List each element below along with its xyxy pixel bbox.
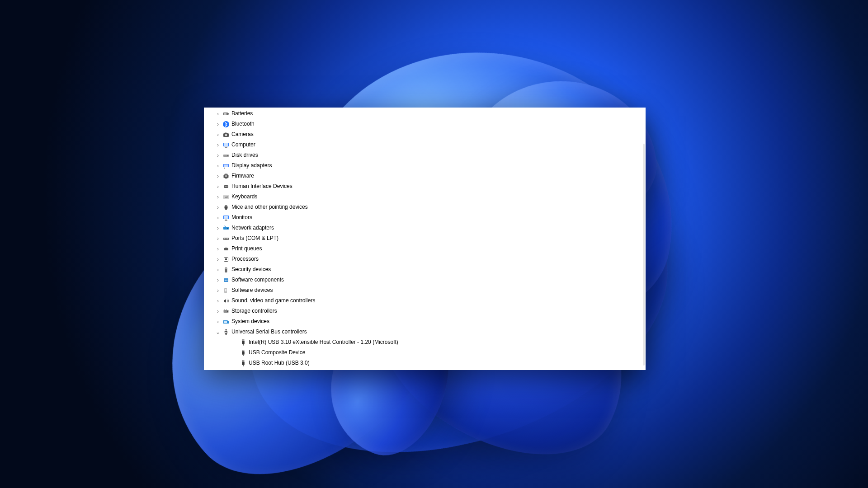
component-icon bbox=[222, 277, 230, 284]
chevron-right-icon[interactable]: › bbox=[215, 215, 221, 221]
device-node-label: Print queues bbox=[231, 244, 262, 254]
device-node-firmware[interactable]: ›Firmware bbox=[215, 171, 641, 181]
chevron-right-icon[interactable]: › bbox=[215, 267, 221, 273]
device-node-label: Software components bbox=[231, 275, 284, 285]
chevron-right-icon[interactable]: › bbox=[215, 142, 221, 148]
chevron-right-icon[interactable]: › bbox=[215, 256, 221, 263]
device-node-label: System devices bbox=[231, 316, 269, 327]
device-node-disk-drives[interactable]: ›Disk drives bbox=[215, 150, 641, 160]
device-node-label: Universal Serial Bus controllers bbox=[231, 327, 307, 337]
device-node-usb-controllers[interactable]: ⌄Universal Serial Bus controllers bbox=[215, 327, 641, 337]
device-node-computer[interactable]: ›Computer bbox=[215, 140, 641, 150]
chevron-right-icon[interactable]: › bbox=[215, 173, 221, 179]
device-node-mice[interactable]: ›Mice and other pointing devices bbox=[215, 202, 641, 212]
device-node-usb-xhci[interactable]: Intel(R) USB 3.10 eXtensible Host Contro… bbox=[232, 337, 641, 347]
device-node-label: Display adapters bbox=[231, 160, 272, 171]
chevron-right-icon[interactable]: › bbox=[215, 121, 221, 127]
device-node-usb-root[interactable]: USB Root Hub (USB 3.0) bbox=[232, 358, 641, 368]
device-node-processors[interactable]: ›Processors bbox=[215, 254, 641, 264]
device-node-label: Bluetooth bbox=[231, 119, 255, 129]
device-node-software-components[interactable]: ›Software components bbox=[215, 275, 641, 285]
usb-plug-icon bbox=[240, 339, 247, 346]
device-node-keyboards[interactable]: ›Keyboards bbox=[215, 192, 641, 202]
usb-icon bbox=[222, 328, 230, 336]
monitor-icon bbox=[222, 214, 230, 221]
device-node-monitors[interactable]: ›Monitors bbox=[215, 212, 641, 223]
chevron-right-icon[interactable]: › bbox=[215, 277, 221, 283]
device-node-label: Ports (COM & LPT) bbox=[231, 233, 278, 244]
device-node-label: Batteries bbox=[231, 108, 253, 119]
device-node-ports[interactable]: ›Ports (COM & LPT) bbox=[215, 233, 641, 244]
device-node-hid[interactable]: ›Human Interface Devices bbox=[215, 181, 641, 192]
device-node-storage-controllers[interactable]: ›Storage controllers bbox=[215, 306, 641, 316]
chevron-right-icon[interactable]: › bbox=[215, 319, 221, 325]
chevron-right-icon[interactable]: › bbox=[215, 308, 221, 314]
battery-icon bbox=[222, 110, 230, 117]
chevron-right-icon[interactable]: › bbox=[215, 163, 221, 169]
bluetooth-icon bbox=[222, 121, 230, 128]
software-device-icon bbox=[222, 287, 230, 294]
speaker-icon bbox=[222, 297, 230, 305]
chevron-right-icon[interactable]: › bbox=[215, 152, 221, 159]
hid-icon bbox=[222, 183, 230, 190]
device-node-label: USB Composite Device bbox=[249, 347, 305, 358]
usb-plug-icon bbox=[240, 360, 247, 367]
security-icon bbox=[222, 266, 230, 273]
device-node-label: Security devices bbox=[231, 264, 271, 275]
keyboard-icon bbox=[222, 193, 230, 201]
scrollbar[interactable] bbox=[643, 144, 645, 366]
device-node-batteries[interactable]: ›Batteries bbox=[215, 108, 641, 119]
chevron-right-icon[interactable]: › bbox=[215, 298, 221, 304]
device-node-label: Mice and other pointing devices bbox=[231, 202, 308, 212]
camera-icon bbox=[222, 131, 230, 138]
device-node-label: Network adapters bbox=[231, 223, 274, 233]
device-node-label: USB Root Hub (USB 3.0) bbox=[249, 358, 310, 368]
device-node-usb-comp[interactable]: USB Composite Device bbox=[232, 347, 641, 358]
device-node-label: Computer bbox=[231, 140, 255, 150]
device-node-cameras[interactable]: ›Cameras bbox=[215, 129, 641, 140]
device-node-label: Disk drives bbox=[231, 150, 258, 160]
device-node-display-adapters[interactable]: ›Display adapters bbox=[215, 160, 641, 171]
chevron-down-icon[interactable]: ⌄ bbox=[215, 329, 221, 335]
device-node-software-devices[interactable]: ›Software devices bbox=[215, 285, 641, 296]
network-adapter-icon bbox=[222, 225, 230, 232]
device-manager-window[interactable]: ›Batteries›Bluetooth›Cameras›Computer›Di… bbox=[204, 108, 646, 370]
chevron-right-icon[interactable]: › bbox=[215, 225, 221, 231]
device-node-label: Intel(R) USB 3.10 eXtensible Host Contro… bbox=[249, 337, 398, 347]
port-icon bbox=[222, 235, 230, 242]
drive-icon bbox=[222, 152, 230, 159]
device-node-label: Storage controllers bbox=[231, 306, 277, 316]
chevron-right-icon[interactable]: › bbox=[215, 246, 221, 252]
device-node-network-adapters[interactable]: ›Network adapters bbox=[215, 223, 641, 233]
usb-plug-icon bbox=[240, 349, 247, 357]
device-node-system-devices[interactable]: ›System devices bbox=[215, 316, 641, 327]
display-adapter-icon bbox=[222, 162, 230, 169]
chevron-right-icon[interactable]: › bbox=[215, 131, 221, 138]
chip-icon bbox=[222, 173, 230, 180]
chevron-right-icon[interactable]: › bbox=[215, 204, 221, 211]
device-node-print-queues[interactable]: ›Print queues bbox=[215, 244, 641, 254]
device-node-sound[interactable]: ›Sound, video and game controllers bbox=[215, 296, 641, 306]
chevron-right-icon[interactable]: › bbox=[215, 287, 221, 294]
device-node-security-devices[interactable]: ›Security devices bbox=[215, 264, 641, 275]
device-node-label: Human Interface Devices bbox=[231, 181, 292, 192]
device-tree[interactable]: ›Batteries›Bluetooth›Cameras›Computer›Di… bbox=[204, 108, 646, 370]
chevron-right-icon[interactable]: › bbox=[215, 194, 221, 200]
mouse-icon bbox=[222, 204, 230, 211]
device-node-bluetooth[interactable]: ›Bluetooth bbox=[215, 119, 641, 129]
device-node-label: Processors bbox=[231, 254, 259, 264]
device-node-label: Firmware bbox=[231, 171, 254, 181]
device-node-label: Keyboards bbox=[231, 192, 257, 202]
device-node-label: Sound, video and game controllers bbox=[231, 296, 315, 306]
chevron-right-icon[interactable]: › bbox=[215, 111, 221, 117]
chevron-right-icon[interactable]: › bbox=[215, 235, 221, 242]
chevron-right-icon[interactable]: › bbox=[215, 183, 221, 190]
monitor-icon bbox=[222, 141, 230, 149]
device-node-label: Software devices bbox=[231, 285, 273, 296]
system-device-icon bbox=[222, 318, 230, 325]
device-node-label: Monitors bbox=[231, 212, 252, 223]
printer-icon bbox=[222, 245, 230, 253]
cpu-icon bbox=[222, 256, 230, 263]
device-node-label: Cameras bbox=[231, 129, 254, 140]
storage-controller-icon bbox=[222, 308, 230, 315]
